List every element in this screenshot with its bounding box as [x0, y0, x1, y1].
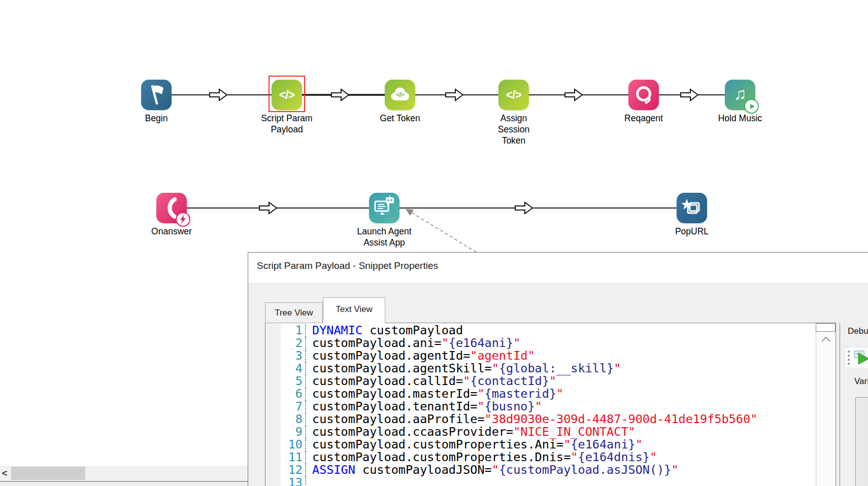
debug-toolbar — [845, 347, 868, 368]
debug-side-panel: Debug Variables — [840, 323, 868, 486]
dialog-body: Tree View Text View 1DYNAMIC customPaylo… — [248, 283, 868, 486]
variables-label: Variables — [854, 376, 868, 387]
toolbar-grip-icon — [848, 351, 850, 365]
flow-node-hold-music[interactable]: ♫ Hold Music — [725, 80, 755, 110]
code-line[interactable]: 11customPayload.customProperties.Dnis="{… — [265, 451, 816, 464]
code-lines[interactable]: 1DYNAMIC customPayload2customPayload.ani… — [265, 324, 816, 486]
code-line[interactable]: 4customPayload.agentSkill="{global:__ski… — [265, 362, 816, 375]
node-label: Launch Agent Assist App — [336, 226, 432, 248]
code-line[interactable]: 10customPayload.customProperties.Ani="{e… — [265, 438, 816, 451]
cloud-code-icon: </> — [385, 80, 415, 110]
node-label: Begin — [108, 113, 205, 124]
flow-node-assign-session-token[interactable]: </> Assign Session Token — [498, 80, 529, 110]
run-debug-icon[interactable] — [854, 350, 868, 365]
flow-node-popurl[interactable]: PopURL — [677, 193, 707, 223]
flow-node-reqagent[interactable]: Reqagent — [628, 80, 659, 110]
node-label: Get Token — [352, 113, 448, 124]
code-line[interactable]: 12ASSIGN customPayloadJSON="{customPaylo… — [265, 464, 816, 476]
flow-node-get-token[interactable]: </> Get Token — [385, 80, 415, 110]
star-window-icon — [677, 193, 707, 223]
node-label: Hold Music — [692, 113, 788, 124]
debug-label: Debug — [848, 326, 868, 336]
node-label: PopURL — [644, 226, 740, 237]
editor-vscrollbar[interactable] — [816, 323, 836, 486]
flow-node-begin[interactable]: Begin — [141, 80, 172, 110]
scrollbar-split-box[interactable] — [816, 323, 836, 332]
node-label: Script Param Payload — [239, 113, 335, 135]
headset-icon — [628, 80, 659, 110]
agent-assist-monitor-icon — [369, 193, 399, 223]
node-label: Reqagent — [595, 113, 692, 124]
snippet-code-editor[interactable]: 1DYNAMIC customPayload2customPayload.ani… — [265, 323, 836, 486]
code-line[interactable]: 1DYNAMIC customPayload — [265, 324, 816, 337]
snippet-code-icon: </> — [272, 80, 302, 110]
code-line[interactable]: 5customPayload.callId="{contactId}" — [265, 375, 816, 388]
code-line[interactable]: 9customPayload.ccaasProvider="NICE_IN_CO… — [265, 426, 816, 438]
code-line[interactable]: 3customPayload.agentId="agentId" — [265, 350, 816, 362]
snippet-code-icon: </> — [498, 80, 529, 110]
play-badge-icon — [744, 99, 759, 114]
scroll-up-chevron-icon[interactable] — [821, 336, 831, 342]
code-line[interactable]: 7customPayload.tenantId="{busno}" — [265, 400, 816, 413]
code-line[interactable]: 13 — [265, 476, 816, 486]
flow-node-launch-agent-assist-app[interactable]: Launch Agent Assist App — [369, 193, 399, 223]
begin-flag-icon — [141, 80, 172, 110]
flow-node-script-param-payload[interactable]: </> Script Param Payload — [272, 80, 302, 110]
dialog-title: Script Param Payload - Snippet Propertie… — [248, 253, 868, 283]
node-label: Onanswer — [123, 226, 220, 237]
code-line[interactable]: 8customPayload.aaProfile="38d9030e-309d-… — [265, 413, 816, 426]
tab-text-view[interactable]: Text View — [323, 297, 385, 323]
flow-node-onanswer[interactable]: Onanswer — [156, 193, 187, 223]
music-note-icon: ♫ — [725, 80, 755, 110]
code-line[interactable]: 6customPayload.masterId="{masterid}" — [265, 388, 816, 400]
phone-icon — [156, 193, 187, 223]
node-label: Assign Session Token — [465, 113, 562, 146]
scroll-left-arrow-icon[interactable]: < — [0, 466, 9, 481]
canvas-hscrollbar-thumb[interactable] — [11, 467, 85, 480]
variables-list-box — [855, 397, 868, 486]
event-bolt-badge-icon — [176, 212, 190, 227]
snippet-properties-dialog: Script Param Payload - Snippet Propertie… — [248, 252, 868, 486]
tab-tree-view[interactable]: Tree View — [265, 302, 323, 323]
code-line[interactable]: 2customPayload.ani="{e164ani}" — [265, 337, 816, 350]
